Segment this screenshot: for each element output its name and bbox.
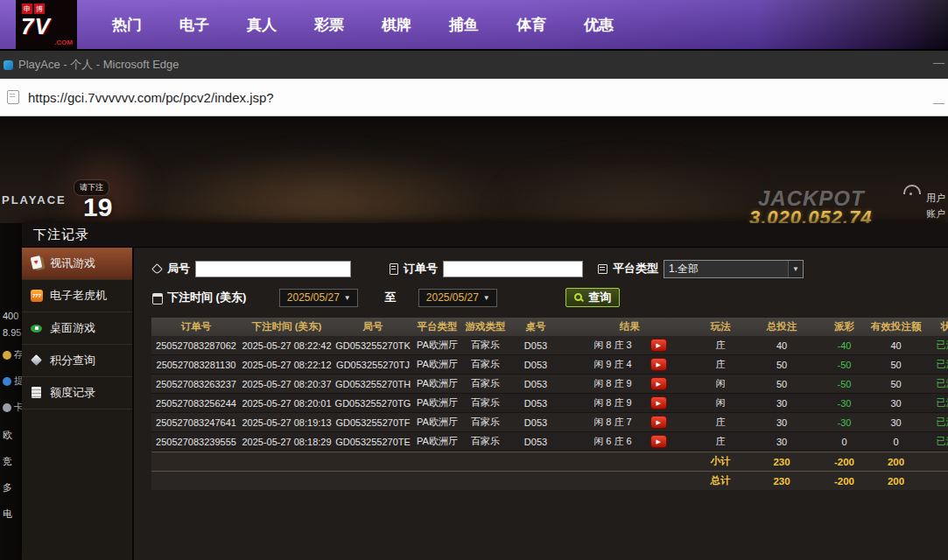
tab-cards[interactable]: 视讯游戏	[22, 248, 132, 280]
cell-time: 2025-05-27 08:22:42	[241, 340, 333, 351]
filter-row-2: 下注时间 (美东) 2025/05/27 ▼ 至 2025/05/27 ▼	[151, 288, 948, 307]
strip-item-2[interactable]: 存款	[3, 348, 22, 361]
cell-platform: PA欧洲厅	[413, 358, 461, 371]
tab-table-game[interactable]: 桌面游戏	[22, 312, 132, 345]
replay-button[interactable]	[651, 378, 666, 389]
query-button[interactable]: 查询	[565, 288, 620, 307]
cell-round: GD053255270TE	[333, 437, 413, 447]
window-title: PlayAce - 个人 - Microsoft Edge	[18, 57, 179, 73]
cell-game: 百家乐	[461, 358, 509, 371]
strip-label: 竞	[3, 455, 12, 468]
header-cell-3: 平台类型	[413, 320, 461, 333]
order-input[interactable]	[443, 261, 583, 277]
cell-result: 闲 8 庄 9	[562, 377, 698, 390]
query-button-label: 查询	[588, 290, 611, 305]
subtotal-row-label: 小计	[698, 455, 743, 468]
strip-item-4[interactable]: 卡	[3, 401, 22, 414]
cell-valid: 30	[868, 398, 923, 409]
strip-item-7[interactable]: 多	[3, 481, 12, 494]
replay-button[interactable]	[651, 436, 666, 447]
nav-item-4[interactable]: 棋牌	[382, 15, 411, 35]
cell-platform: PA欧洲厅	[413, 339, 461, 352]
cell-payout: -50	[820, 379, 868, 389]
cell-status: 已派彩	[923, 435, 948, 448]
strip-item-8[interactable]: 电	[3, 508, 12, 521]
cell-order: 250527083263237	[151, 379, 241, 389]
brand-logo[interactable]: 申 博 7V .COM	[16, 0, 77, 49]
to-label: 至	[384, 290, 396, 305]
nav-item-1[interactable]: 电子	[179, 15, 209, 35]
table-row: 2505270832395552025-05-27 08:18:29GD0532…	[151, 432, 948, 452]
table-game-icon	[30, 321, 44, 335]
table-row: 2505270832632372025-05-27 08:20:37GD0532…	[151, 374, 948, 394]
replay-button[interactable]	[651, 397, 666, 409]
cell-result: 闲 8 庄 9	[562, 396, 698, 410]
cell-time: 2025-05-27 08:20:01	[241, 398, 333, 409]
cell-result: 闲 9 庄 4	[562, 358, 698, 371]
strip-item-1[interactable]: 8.95	[3, 327, 21, 338]
header-cell-8: 总投注	[743, 320, 820, 333]
cell-game: 百家乐	[461, 339, 509, 352]
tab-slot[interactable]: 电子老虎机	[22, 280, 132, 312]
cell-play: 庄	[698, 435, 743, 448]
cell-play: 庄	[698, 416, 743, 429]
cell-order: 250527083256244	[151, 398, 241, 409]
tab-label: 电子老虎机	[50, 288, 107, 304]
cell-status: 已派彩	[923, 416, 948, 429]
header-cell-6: 结果	[562, 320, 698, 333]
header-cell-7: 玩法	[698, 320, 743, 333]
nav-item-5[interactable]: 捕鱼	[449, 15, 479, 35]
subtotal-row-payout: -200	[820, 457, 868, 467]
address-bar: —	[0, 79, 948, 116]
window-title-bar: PlayAce - 个人 - Microsoft Edge —	[0, 51, 948, 79]
table-body: 2505270832870622025-05-27 08:22:42GD0532…	[151, 336, 948, 490]
replay-button[interactable]	[651, 340, 666, 351]
browser-chrome-fragment: —	[933, 96, 944, 109]
replay-button[interactable]	[651, 359, 666, 370]
cell-valid: 0	[868, 437, 923, 447]
screen: 申 博 7V .COM 热门电子真人彩票棋牌捕鱼体育优惠 PlayAce - 个…	[0, 0, 948, 560]
cell-play: 闲	[698, 396, 743, 410]
strip-icon	[3, 403, 11, 412]
replay-button[interactable]	[651, 416, 666, 428]
strip-item-3[interactable]: 提款	[3, 374, 22, 388]
nav-item-0[interactable]: 热门	[112, 15, 142, 35]
tab-ledger[interactable]: 额度记录	[22, 377, 132, 410]
strip-item-0[interactable]: 400	[3, 311, 18, 321]
platform-select[interactable]: 1.全部 ▼	[664, 260, 804, 278]
ledger-icon	[30, 386, 44, 400]
cell-play: 庄	[698, 339, 743, 352]
date-from-picker[interactable]: 2025/05/27 ▼	[279, 289, 358, 307]
chevron-down-icon: ▼	[344, 294, 351, 302]
slot-icon	[30, 289, 44, 303]
nav-item-2[interactable]: 真人	[247, 15, 277, 35]
table-row: 2505270832476412025-05-27 08:19:13GD0532…	[151, 413, 948, 432]
strip-item-5[interactable]: 欧	[3, 429, 12, 442]
logo-dotcom: .COM	[54, 38, 73, 46]
cell-bet: 30	[743, 417, 820, 428]
playace-logo: PLAYACE	[2, 193, 67, 206]
tab-diamond[interactable]: 积分查询	[22, 345, 132, 377]
url-input[interactable]	[26, 89, 818, 106]
strip-label: 存款	[14, 348, 22, 361]
bet-table: 订单号下注时间 (美东)局号平台类型游戏类型桌号结果玩法总投注派彩有效投注额状态…	[151, 318, 948, 490]
cell-table: D053	[509, 379, 562, 389]
cell-time: 2025-05-27 08:18:29	[241, 437, 333, 447]
platform-label: 平台类型	[613, 261, 658, 276]
nav-item-3[interactable]: 彩票	[314, 15, 344, 35]
nav-item-7[interactable]: 优惠	[584, 15, 614, 35]
cell-game: 百家乐	[461, 377, 509, 390]
total-row: 总计230-200200	[151, 471, 948, 490]
nav-item-6[interactable]: 体育	[516, 15, 546, 35]
strip-icon	[3, 351, 11, 360]
cell-platform: PA欧洲厅	[413, 435, 461, 448]
cell-bet: 30	[743, 437, 820, 447]
total-row-bet: 230	[743, 476, 820, 486]
panel-title: 下注记录	[22, 223, 948, 248]
date-to-picker[interactable]: 2025/05/27 ▼	[418, 289, 497, 307]
strip-item-6[interactable]: 竞	[3, 455, 12, 468]
minimize-button[interactable]: —	[933, 56, 944, 69]
round-tag-icon	[151, 263, 163, 275]
round-input[interactable]	[195, 261, 351, 277]
logo-name: 7V	[21, 13, 51, 40]
